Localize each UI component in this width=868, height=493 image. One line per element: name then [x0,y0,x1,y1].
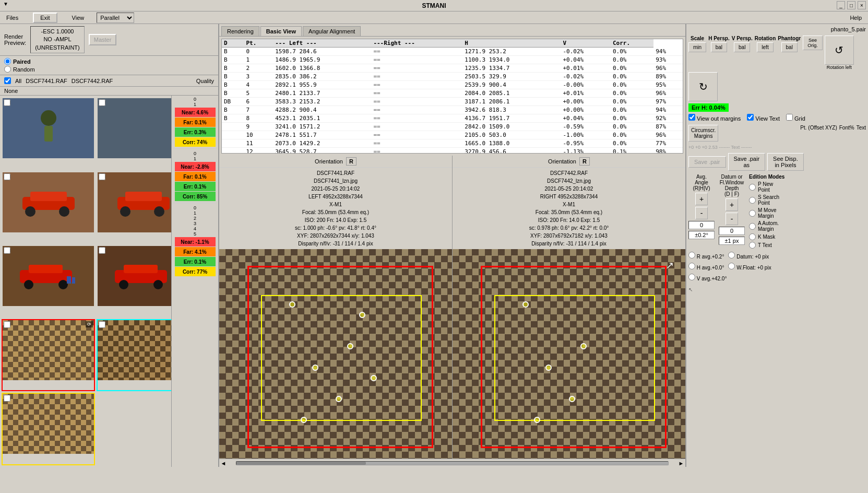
table-row[interactable]: DB 6 3583.3 2153.2 == 3187.1 2086.1 +0.0… [222,98,683,106]
col-right: ---Right --- [371,39,462,48]
titlebar-menu-icon[interactable]: ▼ [3,1,8,7]
paired-radio[interactable]: Paired [4,58,214,65]
table-row[interactable]: B 5 2480.1 2133.7 == 2084.0 2085.1 +0.01… [222,89,683,98]
r-avg-label[interactable]: R avg.+0.2° [688,252,724,260]
stat-far-3: Far: 4.1% [175,247,216,256]
thumbnail-item-3[interactable] [2,171,95,244]
view-margins-check[interactable] [688,114,695,121]
orientation-left-icon[interactable]: R [346,157,356,166]
table-row[interactable]: B 7 4288.2 900.4 == 3942.6 818.3 +0.00% … [222,106,683,114]
thumbnail-item-6[interactable] [97,245,171,318]
thumbnail-grid: ⟳ ⟳ [0,96,171,467]
thumbnail-item-4[interactable] [97,171,171,244]
thumb-check-9[interactable] [4,395,10,402]
minimize-button[interactable]: _ [837,1,845,9]
see-disp-btn[interactable]: See Disp. in Pixels [767,153,804,171]
scroll-track[interactable] [236,461,669,465]
circumscr-margins-btn[interactable]: Circumscr. Margins [688,125,718,142]
m-move-margin-radio[interactable]: M Move Margin [749,207,784,219]
wfloat-label[interactable]: W.Float: +0 pix [728,263,771,271]
tab-rendering[interactable]: Rendering [221,26,259,36]
h-avg-label[interactable]: H avg.+0.0° [688,263,724,271]
thumbnail-item-1[interactable] [2,97,95,170]
close-button[interactable]: × [858,1,866,9]
table-row[interactable]: B 3 2835.0 386.2 == 2503.5 329.9 -0.02% … [222,73,683,81]
menu-exit[interactable]: Exit [31,11,59,24]
thumb-check-3[interactable] [4,173,10,180]
table-row[interactable]: B 1 1486.9 1965.9 == 1100.3 1934.0 +0.04… [222,56,683,64]
stat-num-2: 01 [194,151,196,161]
thumbnail-item-2[interactable] [97,97,171,170]
orientation-right-icon[interactable]: R [579,157,590,166]
all-checkbox[interactable] [4,77,11,84]
rotation-right-btn[interactable]: ↻ [688,72,718,101]
avg-minus-btn[interactable]: - [695,207,708,219]
maximize-button[interactable]: □ [847,1,855,9]
view-text-label[interactable]: View Text [747,114,780,122]
rotation-left-btn[interactable]: ↺ [825,36,854,65]
datum-minus-btn[interactable]: - [726,213,738,225]
thumb-check-4[interactable] [99,173,105,180]
thumb-check-2[interactable] [99,99,105,106]
thumb-check-7[interactable] [4,321,10,328]
avg-plus-btn[interactable]: + [695,193,708,205]
tab-angular-alignment[interactable]: Angular Alignment [303,26,361,36]
v-avg-label[interactable]: V avg.+42.0° [688,274,727,281]
scroll-left-btn[interactable]: ◄ [219,460,228,466]
thumbnail-item-5[interactable] [2,245,95,318]
err-badge-row: Err H: 0.04% [688,104,866,111]
hpersp-btn[interactable]: bal [711,42,727,52]
stat-far-1: Far: 0.1% [175,118,216,127]
t-text-radio[interactable]: T Text [749,242,784,249]
datum-zero-val[interactable]: 0 [719,227,745,235]
table-row[interactable]: B 4 2892.1 955.9 == 2539.9 900.4 -0.00% … [222,81,683,89]
thumb-image-9 [3,394,94,454]
scale-min-btn[interactable]: min [688,42,706,52]
thumb-check-1[interactable] [4,99,10,106]
scroll-thumb[interactable] [236,462,366,465]
table-row[interactable]: B 2 1602.0 1366.8 == 1235.9 1334.7 +0.01… [222,64,683,73]
see-orig-btn[interactable]: See Orig. [803,36,823,50]
phantogr-btn[interactable]: bal [781,42,798,52]
p-new-point-radio[interactable]: P New Point [749,181,784,193]
thumbnail-item-7[interactable]: ⟳ [2,319,95,392]
master-button[interactable]: Master [89,34,117,45]
datum-0-label[interactable]: Datum: +0 pix [728,252,769,260]
thumb-check-5[interactable] [4,247,10,254]
thumbnail-item-9[interactable] [2,393,95,465]
save-pair-as-btn[interactable]: Save .pair as [728,153,766,171]
table-row[interactable]: B 0 1598.7 284.6 == 1271.9 253.2 -0.02% … [222,48,683,56]
menu-files[interactable]: Files [4,14,20,22]
horizontal-scrollbar[interactable]: ◄ ► [219,459,685,467]
table-row[interactable]: B 8 4523.1 2035.1 == 4136.7 1951.7 +0.04… [222,114,683,123]
angle-val-input[interactable]: ±0.2° [688,231,715,239]
k-mask-radio[interactable]: K Mask [749,233,784,240]
grid-check[interactable] [786,114,793,121]
save-pair-btn[interactable]: Save .pair [688,156,726,168]
a-autom-margin-radio[interactable]: A Autom. Margin [749,220,784,232]
thumb-check-8[interactable] [99,321,105,328]
tab-basic-view[interactable]: Basic View [260,26,302,36]
menu-help[interactable]: Help [848,14,864,22]
table-row[interactable]: 12 3645.9 528.7 == 3270.9 456.6 -1.13% 0… [222,148,683,154]
random-radio[interactable]: Random [4,66,214,73]
s-search-point-radio[interactable]: S Search Point [749,194,784,206]
stat-near-1: Near: 4.6% [175,108,216,117]
datum-plus-btn[interactable]: + [726,198,738,211]
exit-button[interactable]: Exit [33,13,57,23]
table-row[interactable]: 9 3241.0 1571.2 == 2842.0 1509.0 -0.59% … [222,123,683,131]
avg-zero-val[interactable]: 0 [688,221,715,229]
px-val-input[interactable]: ±1 px [719,237,745,245]
view-mode-select[interactable]: Parallel Cross Anaglyph [97,13,134,23]
rotation-btn[interactable]: left [757,42,773,52]
scroll-right-btn[interactable]: ► [677,460,685,466]
view-margins-label[interactable]: View out margins [688,114,741,122]
table-row[interactable]: 10 2478.1 551.7 == 2105.0 503.0 -1.00% 0… [222,131,683,139]
grid-label[interactable]: Grid [786,114,805,122]
menubar: Files Exit View Parallel Cross Anaglyph … [0,11,868,24]
view-text-check[interactable] [747,114,754,121]
table-row[interactable]: 11 2073.0 1429.2 == 1665.0 1388.0 -0.95%… [222,139,683,148]
vpersp-btn[interactable]: bal [734,42,750,52]
thumbnail-item-8[interactable]: ⟳ [97,319,171,392]
thumb-check-6[interactable] [99,247,105,254]
